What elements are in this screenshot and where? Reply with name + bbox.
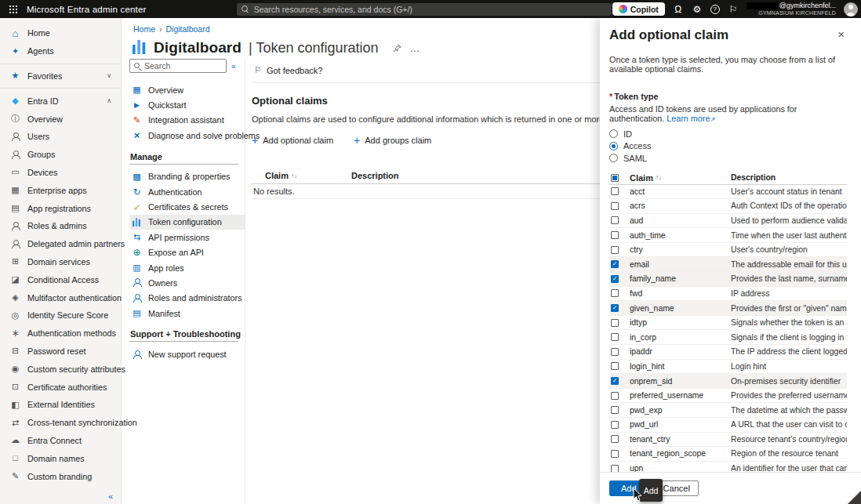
claim-checkbox[interactable] — [611, 319, 619, 327]
sidebar-item-custom-security-attributes[interactable]: ◉Custom security attributes — [0, 360, 121, 378]
claim-row-idtyp[interactable]: idtyp Signals whether the token is an ap… — [609, 316, 847, 331]
sidebar-item-entra-id[interactable]: ◆Entra ID∧ — [0, 92, 121, 110]
claim-checkbox[interactable] — [611, 392, 619, 400]
radio-button-icon[interactable] — [609, 154, 618, 162]
pin-icon[interactable] — [392, 43, 402, 53]
claim-checkbox[interactable] — [611, 333, 619, 341]
claim-row-auth_time[interactable]: auth_time Time when the user last authen… — [609, 228, 847, 243]
select-all-checkbox[interactable] — [611, 174, 619, 182]
notifications-bell-icon[interactable]: Ω — [673, 5, 684, 14]
settings-gear-icon[interactable]: ⚙ — [692, 5, 703, 14]
got-feedback-button[interactable]: ⚐ Got feedback? — [251, 59, 337, 82]
sidebar-item-password-reset[interactable]: ⊟Password reset — [0, 343, 121, 361]
sidebar-item-groups[interactable]: Groups — [0, 146, 121, 164]
column-claim[interactable]: Claim — [265, 171, 289, 180]
claim-checkbox[interactable] — [611, 406, 619, 414]
menu-item-branding-properties[interactable]: ▩Branding & properties — [129, 169, 245, 184]
claim-checkbox[interactable] — [611, 246, 619, 254]
menu-search-input[interactable] — [144, 60, 224, 72]
breadcrumb-home[interactable]: Home — [133, 24, 155, 34]
claim-row-aud[interactable]: aud Used to perform audience validation;… — [609, 214, 847, 229]
sidebar-collapse-icon[interactable]: « — [108, 491, 113, 501]
claim-checkbox[interactable] — [611, 421, 619, 429]
claim-checkbox[interactable]: ✓ — [611, 377, 619, 385]
claim-checkbox[interactable] — [611, 348, 619, 356]
menu-item-overview[interactable]: ▦Overview — [129, 82, 245, 97]
claim-row-onprem_sid[interactable]: ✓ onprem_sid On-premises security identi… — [609, 374, 847, 389]
claim-row-tenant_region_scope[interactable]: tenant_region_scope Region of the resour… — [609, 447, 847, 462]
claim-row-ctry[interactable]: ctry User's country/region — [609, 243, 847, 258]
chevron-up-icon[interactable]: ∧ — [107, 97, 111, 104]
claim-checkbox[interactable]: ✓ — [611, 260, 619, 268]
menu-item-roles-and-administrators[interactable]: Roles and administrators — [129, 291, 245, 306]
radio-saml[interactable]: SAML — [609, 152, 847, 165]
claim-checkbox[interactable] — [611, 450, 619, 458]
sidebar-item-multifactor-authentication[interactable]: ◈Multifactor authentication — [0, 288, 121, 306]
global-search[interactable] — [237, 3, 612, 16]
add-groups-claim-button[interactable]: +Add groups claim — [354, 135, 431, 146]
menu-item-integration-assistant[interactable]: ✎Integration assistant — [129, 113, 245, 128]
claim-row-acct[interactable]: acct User's account status in tenant — [609, 185, 847, 200]
claim-row-ipaddr[interactable]: ipaddr The IP address the client logged … — [609, 345, 847, 360]
claim-checkbox[interactable] — [611, 289, 619, 297]
more-options-icon[interactable]: … — [410, 42, 421, 54]
sidebar-item-domain-services[interactable]: ⊞Domain services — [0, 253, 121, 271]
add-optional-claim-button[interactable]: +Add optional claim — [252, 135, 333, 146]
sidebar-item-devices[interactable]: ▭Devices — [0, 164, 121, 182]
sidebar-item-custom-branding[interactable]: ✎Custom branding — [0, 467, 121, 485]
claim-row-given_name[interactable]: ✓ given_name Provides the first or "give… — [609, 301, 847, 316]
claim-row-pwd_exp[interactable]: pwd_exp The datetime at which the passwo… — [609, 403, 847, 418]
sidebar-item-domain-names[interactable]: □Domain names — [0, 449, 121, 467]
radio-button-icon[interactable] — [609, 142, 618, 150]
radio-id[interactable]: ID — [609, 128, 847, 140]
sidebar-item-roles-admins[interactable]: Roles & admins — [0, 217, 121, 235]
sidebar-item-entra-connect[interactable]: ☁Entra Connect — [0, 432, 121, 450]
claim-row-in_corp[interactable]: in_corp Signals if the client is logging… — [609, 330, 847, 345]
claim-checkbox[interactable]: ✓ — [611, 304, 619, 312]
menu-item-quickstart[interactable]: ▶Quickstart — [129, 97, 245, 112]
sidebar-item-conditional-access[interactable]: ◪Conditional Access — [0, 270, 121, 288]
claim-row-tenant_ctry[interactable]: tenant_ctry Resource tenant's country/re… — [609, 433, 847, 448]
chevron-down-icon[interactable]: ∨ — [107, 72, 111, 79]
sidebar-item-users[interactable]: Users — [0, 128, 121, 146]
claim-checkbox[interactable] — [611, 435, 619, 443]
sidebar-item-app-registrations[interactable]: ▤App registrations — [0, 199, 121, 217]
menu-item-api-permissions[interactable]: ⇆API permissions — [129, 230, 245, 245]
claim-row-login_hint[interactable]: login_hint Login hint — [609, 360, 847, 375]
claim-row-fwd[interactable]: fwd IP address — [609, 287, 847, 302]
menu-item-owners[interactable]: Owners — [129, 275, 245, 290]
feedback-flag-icon[interactable]: ⚐ — [728, 5, 739, 14]
claim-row-pwd_url[interactable]: pwd_url A URL that the user can visit to… — [609, 418, 847, 433]
sidebar-item-certificate-authorities[interactable]: ⊡Certificate authorities — [0, 378, 121, 396]
claim-checkbox[interactable] — [611, 362, 619, 370]
menu-collapse-icon[interactable]: « — [231, 62, 236, 71]
account-menu[interactable]: @gymkirchenfel... GYMNASIUM KIRCHENFELD — [747, 2, 836, 16]
menu-item-manifest[interactable]: ▤Manifest — [129, 306, 245, 321]
radio-access[interactable]: Access — [609, 140, 847, 153]
help-icon[interactable]: ? — [710, 5, 720, 14]
sidebar-item-identity-secure-score[interactable]: ◎Identity Secure Score — [0, 306, 121, 325]
menu-item-diagnose-and-solve-problems[interactable]: ×Diagnose and solve problems — [129, 128, 245, 143]
sidebar-item-delegated-admin-partners[interactable]: Delegated admin partners — [0, 235, 121, 253]
radio-button-icon[interactable] — [609, 129, 618, 138]
sidebar-item-cross-tenant-synchronization[interactable]: ⇄Cross-tenant synchronization — [0, 414, 121, 432]
menu-search-box[interactable] — [129, 59, 227, 73]
sidebar-item-favorites[interactable]: ★Favorites∨ — [0, 67, 121, 85]
claim-checkbox[interactable] — [611, 187, 619, 195]
menu-item-expose-an-api[interactable]: ⊕Expose an API — [129, 245, 245, 260]
claim-checkbox[interactable] — [611, 231, 619, 239]
claim-checkbox[interactable]: ✓ — [611, 275, 619, 283]
claim-row-email[interactable]: ✓ email The addressable email for this u… — [609, 257, 847, 272]
sidebar-item-agents[interactable]: ✦Agents — [0, 42, 121, 60]
copilot-button[interactable]: Copilot — [612, 2, 665, 16]
sidebar-item-enterprise-apps[interactable]: ▦Enterprise apps — [0, 181, 121, 199]
sidebar-item-home[interactable]: ⌂Home — [0, 24, 121, 42]
claim-row-family_name[interactable]: ✓ family_name Provides the last name, su… — [609, 272, 847, 287]
learn-more-link[interactable]: Learn more — [667, 114, 710, 123]
breadcrumb-digitalboard[interactable]: Digitalboard — [166, 24, 210, 34]
claim-row-acrs[interactable]: acrs Auth Context IDs of the operations … — [609, 199, 847, 214]
menu-item-authentication[interactable]: ↻Authentication — [129, 184, 245, 199]
sidebar-item-overview[interactable]: ⓘOverview — [0, 110, 121, 128]
avatar[interactable] — [844, 2, 858, 16]
menu-item-new-support-request[interactable]: New support request — [129, 346, 245, 361]
